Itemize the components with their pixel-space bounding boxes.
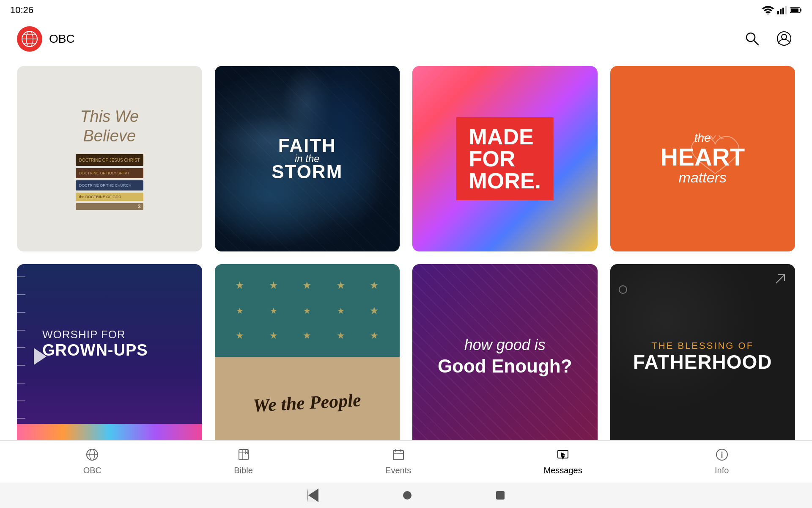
svg-point-15 [777, 32, 791, 45]
nav-label-obc: OBC [83, 466, 102, 475]
card-this-we-believe[interactable]: This WeBelieve DOCTRINE OF JESUS CHRIST … [17, 66, 202, 251]
card-we-the-people[interactable]: ★ ★ ★ ★ ★ ★ ★ ★ ★ ★ ★ ★ ★ ★ ★ We the Peo… [215, 264, 400, 450]
media-grid: This WeBelieve DOCTRINE OF JESUS CHRIST … [17, 66, 795, 449]
obc-logo[interactable] [17, 26, 42, 52]
nav-icon-info [715, 448, 729, 463]
logo-icon [21, 30, 38, 47]
battery-icon [790, 7, 802, 14]
card-title-heart-matters: the HEART matters [652, 123, 753, 194]
arrow-icon [774, 273, 787, 287]
nav-icon-bible [237, 448, 250, 463]
card-faith-storm[interactable]: FAITH in the STORM [215, 66, 400, 251]
svg-point-0 [767, 14, 769, 14]
books-stack: DOCTRINE OF JESUS CHRIST DOCTRINE OF HOL… [76, 154, 143, 210]
card-title-faith-storm: FAITH in the STORM [272, 135, 343, 182]
card-title-made-for-more: MADEFORMORE. [456, 117, 554, 200]
svg-rect-3 [782, 8, 784, 14]
card-title-fatherhood: THE BLESSING OF FATHERHOOD [625, 332, 781, 381]
home-button[interactable] [403, 491, 411, 500]
nav-label-events: Events [385, 466, 411, 475]
card-heart-matters[interactable]: the HEART matters [610, 66, 796, 251]
app-bar-right [741, 28, 795, 51]
status-time: 10:26 [10, 5, 33, 16]
play-icon [34, 348, 47, 365]
circle-decoration [619, 285, 627, 294]
svg-rect-21 [239, 450, 248, 460]
app-bar-left: OBC [17, 26, 75, 52]
nav-icon-messages [556, 448, 570, 463]
nav-label-messages: Messages [544, 466, 582, 475]
ruler-marks [17, 264, 34, 450]
nav-label-info: Info [715, 466, 729, 475]
stars-area: ★ ★ ★ ★ ★ ★ ★ ★ ★ ★ ★ ★ ★ ★ ★ [215, 264, 400, 357]
nav-icon-events [392, 448, 405, 463]
profile-icon [776, 31, 792, 46]
card-worship[interactable]: WORSHIP FOR GROWN-UPS [17, 264, 202, 450]
app-bar: OBC [0, 20, 812, 58]
nav-item-info[interactable]: Info [698, 444, 746, 479]
search-icon [744, 31, 760, 46]
nav-item-events[interactable]: Events [368, 444, 428, 479]
status-bar: 10:26 [0, 0, 812, 20]
card-fatherhood[interactable]: THE BLESSING OF FATHERHOOD [610, 264, 796, 450]
svg-rect-2 [780, 9, 782, 14]
status-icons [762, 6, 802, 14]
svg-line-14 [754, 40, 758, 45]
svg-rect-4 [785, 6, 787, 14]
we-the-people-text: We the People [215, 356, 400, 449]
nav-label-bible: Bible [234, 466, 252, 475]
bottom-nav: OBC Bible Events [0, 440, 812, 483]
svg-rect-1 [777, 11, 779, 14]
nav-icon-obc [85, 448, 99, 463]
svg-rect-24 [393, 450, 403, 460]
content-area: This WeBelieve DOCTRINE OF JESUS CHRIST … [0, 58, 812, 458]
card-title-this-we-believe: This WeBelieve [80, 107, 139, 146]
card-how-good[interactable]: how good is Good Enough? [412, 264, 598, 450]
svg-rect-6 [800, 9, 801, 11]
card-made-for-more[interactable]: MADEFORMORE. [412, 66, 598, 251]
signal-icon [777, 6, 787, 14]
app-title: OBC [49, 32, 75, 46]
search-button[interactable] [741, 28, 763, 51]
svg-point-32 [721, 452, 722, 453]
nav-item-messages[interactable]: Messages [527, 444, 599, 479]
wifi-icon [762, 6, 774, 14]
svg-rect-7 [791, 8, 798, 12]
card-title-how-good: how good is Good Enough? [425, 323, 585, 390]
nav-item-bible[interactable]: Bible [217, 444, 269, 479]
system-nav [0, 483, 812, 508]
svg-line-17 [776, 275, 785, 283]
profile-button[interactable] [773, 28, 795, 51]
back-button[interactable] [307, 489, 318, 502]
recents-button[interactable] [496, 491, 505, 500]
svg-point-16 [782, 34, 787, 39]
svg-marker-30 [561, 453, 565, 456]
nav-item-obc[interactable]: OBC [66, 444, 118, 479]
